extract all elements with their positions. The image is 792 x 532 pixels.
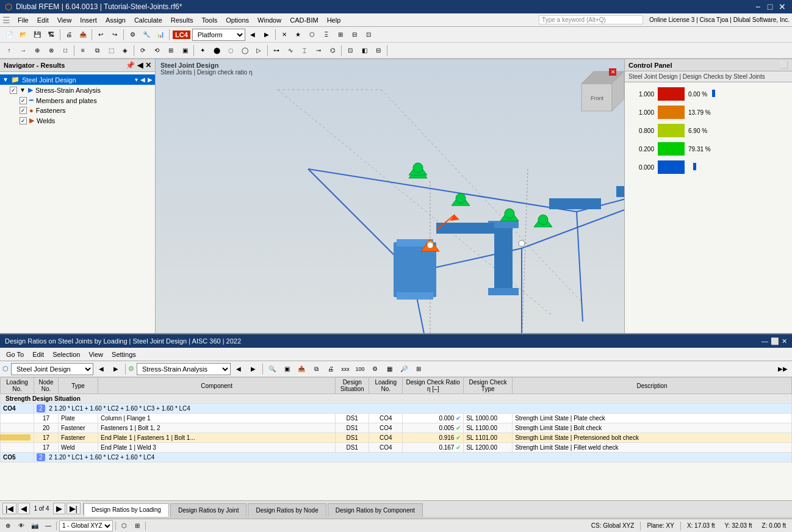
tb2-btn20[interactable]: ∿: [284, 44, 297, 57]
nav-cube[interactable]: Front ✕: [569, 65, 624, 121]
nav-close-btn[interactable]: ✕: [145, 61, 151, 70]
tb2-view[interactable]: ⊟: [372, 44, 385, 57]
bp-prev2-btn[interactable]: ◀: [232, 362, 245, 376]
tb2-btn14[interactable]: ✦: [196, 44, 209, 57]
nav-pin-btn[interactable]: 📌: [126, 61, 135, 70]
tab-design-ratios-node[interactable]: Design Ratios by Node: [248, 503, 326, 517]
bp-menu-settings[interactable]: Settings: [108, 350, 140, 359]
nav-root-steel-joint-design[interactable]: ▼ 📁 Steel Joint Design ▾ ◀ ▶: [0, 74, 155, 85]
bp-minimize-btn[interactable]: —: [761, 337, 768, 345]
tb-btn2[interactable]: 🔧: [140, 28, 153, 41]
bp-menu-goto[interactable]: Go To: [2, 350, 27, 359]
table-row[interactable]: 17 Plate Column | Flange 1 DS1 CO4 0.000…: [1, 414, 792, 423]
menu-options[interactable]: Options: [222, 15, 253, 25]
bp-more-btn[interactable]: ▶▶: [776, 362, 790, 376]
bp-settings2-btn[interactable]: ⚙: [368, 362, 381, 376]
print-btn[interactable]: 🖨: [62, 28, 76, 41]
tb2-btn23[interactable]: ⌬: [326, 44, 339, 57]
tb-btn5[interactable]: ⬡: [306, 28, 319, 41]
tb2-btn3[interactable]: ⊕: [31, 44, 44, 57]
bp-copy-btn[interactable]: ⧉: [309, 362, 323, 376]
tb-btn8[interactable]: ⊟: [348, 28, 361, 41]
tb2-btn18[interactable]: ▷: [252, 44, 265, 57]
table-area[interactable]: Loading No. Node No. Type Component Desi…: [0, 377, 792, 500]
tab-design-ratios-loading[interactable]: Design Ratios by Loading: [84, 503, 169, 517]
menu-tools[interactable]: Tools: [198, 15, 221, 25]
tb2-btn7[interactable]: ⧉: [90, 44, 104, 57]
bp-tb-num2[interactable]: 100: [353, 362, 367, 376]
nav-fasteners[interactable]: ● Fasteners: [0, 106, 155, 115]
bp-next2-btn[interactable]: ▶: [247, 362, 260, 376]
tb2-render[interactable]: ◧: [358, 44, 371, 57]
tab-design-ratios-joint[interactable]: Design Ratios by Joint: [170, 503, 247, 517]
prev-lc-btn[interactable]: ◀: [246, 28, 259, 41]
minimize-btn[interactable]: −: [753, 2, 763, 12]
tb2-btn13[interactable]: ▣: [178, 44, 192, 57]
menu-cadbim[interactable]: CAD-BIM: [286, 15, 322, 25]
tb-btn9[interactable]: ⊡: [362, 28, 375, 41]
open-btn[interactable]: 📂: [16, 28, 30, 41]
menu-edit[interactable]: Edit: [34, 15, 52, 25]
status-cam-btn[interactable]: 📷: [29, 520, 40, 531]
tb2-btn15[interactable]: ⬤: [210, 44, 223, 57]
next-lc-btn[interactable]: ▶: [260, 28, 273, 41]
table-row-co4[interactable]: CO4 2 2 1.20 * LC1 + 1.60 * LC2 + 1.60 *…: [1, 404, 792, 414]
tb2-btn10[interactable]: ⟳: [136, 44, 149, 57]
menu-insert[interactable]: Insert: [76, 15, 101, 25]
tb2-btn8[interactable]: ⬚: [104, 44, 118, 57]
tb2-btn19[interactable]: ⊶: [270, 44, 283, 57]
menu-results[interactable]: Results: [167, 15, 197, 25]
nav-root-expand-btn[interactable]: ▾: [135, 76, 138, 83]
tb-btn3[interactable]: 📊: [154, 28, 167, 41]
tb-btn4[interactable]: ★: [292, 28, 305, 41]
tb2-btn2[interactable]: →: [16, 44, 30, 57]
status-view-btn[interactable]: 👁: [16, 520, 27, 531]
bp-print-btn[interactable]: 🖨: [324, 362, 337, 376]
nav-cb-f[interactable]: [20, 107, 27, 114]
tab-design-ratios-component[interactable]: Design Ratios by Component: [328, 503, 423, 517]
menu-window[interactable]: Window: [254, 15, 285, 25]
tb2-btn1[interactable]: ↑: [2, 44, 16, 57]
model-btn[interactable]: 🏗: [45, 28, 58, 41]
bp-menu-selection[interactable]: Selection: [49, 350, 84, 359]
table-row[interactable]: 20 Fastener Fasteners 1 | Bolt 1, 2 DS1 …: [1, 423, 792, 433]
menu-file[interactable]: File: [14, 15, 32, 25]
tb2-btn9[interactable]: ◈: [118, 44, 132, 57]
status-icon-btn[interactable]: ⊕: [2, 520, 13, 531]
nav-welds[interactable]: ▶ Welds: [0, 115, 155, 126]
page-next-btn[interactable]: ▶: [53, 503, 65, 514]
tb2-btn4[interactable]: ⊗: [45, 44, 58, 57]
bp-export-btn[interactable]: 📤: [295, 362, 308, 376]
bp-tb-col[interactable]: ▦: [383, 362, 396, 376]
nav-root-prev-btn[interactable]: ◀: [140, 76, 145, 83]
maximize-btn[interactable]: □: [765, 2, 775, 12]
tb-btn1[interactable]: ⚙: [126, 28, 139, 41]
menu-view[interactable]: View: [54, 15, 76, 25]
platform-dropdown[interactable]: Platform: [192, 29, 245, 41]
status-btn1[interactable]: ⬡: [118, 520, 129, 531]
status-btn2[interactable]: ⊞: [132, 520, 143, 531]
menu-help[interactable]: Help: [323, 15, 345, 25]
tb2-btn5[interactable]: □: [59, 44, 72, 57]
coord-system-select[interactable]: 1 - Global XYZ: [59, 520, 113, 531]
results-btn[interactable]: ✕: [278, 28, 291, 41]
tb-btn7[interactable]: ⊞: [334, 28, 347, 41]
page-prev-btn[interactable]: ◀: [18, 503, 30, 514]
tb2-btn6[interactable]: ≡: [76, 44, 90, 57]
bp-dropdown-1[interactable]: Steel Joint Design: [11, 363, 93, 375]
bp-tb-num1[interactable]: xxx: [339, 362, 352, 376]
page-first-btn[interactable]: |◀: [2, 503, 16, 514]
close-btn[interactable]: ✕: [777, 2, 787, 12]
bp-dropdown-2[interactable]: Stress-Strain Analysis: [137, 363, 231, 375]
table-row[interactable]: 17 Fastener End Plate 1 | Fasteners 1 | …: [1, 433, 792, 443]
tb2-display[interactable]: ⊡: [344, 44, 357, 57]
menu-calculate[interactable]: Calculate: [131, 15, 166, 25]
nav-checkbox-ss[interactable]: [10, 87, 17, 94]
bp-menu-edit[interactable]: Edit: [29, 350, 48, 359]
nav-members-plates[interactable]: ━ Members and plates: [0, 95, 155, 106]
export-btn[interactable]: 📤: [76, 28, 90, 41]
bp-menu-view[interactable]: View: [85, 350, 107, 359]
bp-prev-btn[interactable]: ◀: [95, 362, 108, 376]
nav-collapse-btn[interactable]: ◀: [137, 61, 143, 70]
nav-stress-strain[interactable]: ▼ ▶ Stress-Strain Analysis: [0, 85, 155, 95]
